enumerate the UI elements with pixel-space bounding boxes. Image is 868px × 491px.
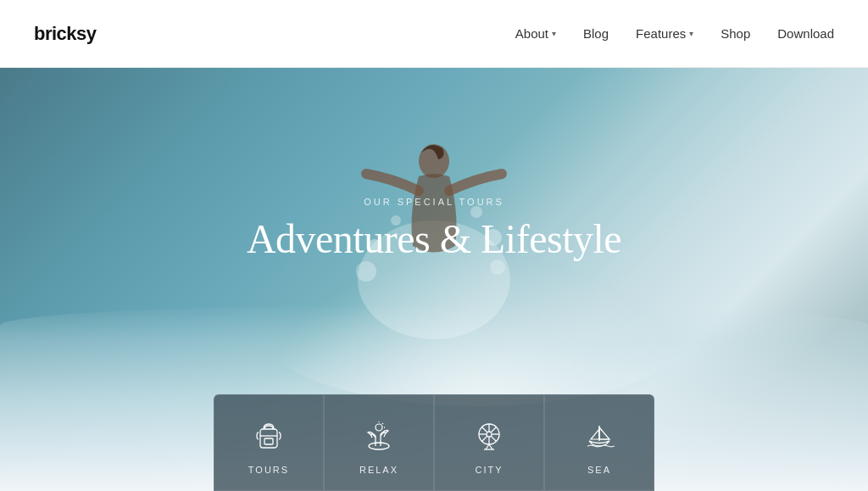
svg-line-16 bbox=[382, 423, 383, 424]
chevron-down-icon: ▾ bbox=[689, 29, 693, 38]
main-nav: About ▾ Blog Features ▾ Shop Download bbox=[515, 26, 834, 41]
tour-cards-container: TOURS bbox=[214, 394, 654, 491]
hero-text-block: OUR SPECIAL TOURS Adventures & Lifestyle bbox=[247, 196, 621, 261]
svg-line-25 bbox=[491, 436, 496, 441]
hero-title: Adventures & Lifestyle bbox=[247, 215, 621, 261]
nav-shop[interactable]: Shop bbox=[721, 26, 750, 41]
svg-line-27 bbox=[482, 436, 487, 441]
site-header: bricksy About ▾ Blog Features ▾ Shop Dow… bbox=[0, 0, 868, 68]
nav-features[interactable]: Features ▾ bbox=[636, 26, 693, 41]
sea-icon bbox=[579, 414, 620, 455]
nav-download[interactable]: Download bbox=[777, 26, 834, 41]
svg-point-11 bbox=[369, 443, 389, 449]
svg-point-19 bbox=[487, 432, 492, 437]
svg-point-5 bbox=[356, 261, 376, 282]
site-logo[interactable]: bricksy bbox=[34, 23, 97, 45]
tour-card-sea-label: SEA bbox=[587, 465, 611, 475]
svg-point-6 bbox=[490, 259, 505, 275]
tours-icon bbox=[248, 414, 289, 455]
hero-subtitle: OUR SPECIAL TOURS bbox=[247, 196, 621, 206]
relax-icon bbox=[359, 414, 399, 455]
tour-card-city-label: CITY bbox=[475, 465, 503, 475]
svg-line-29 bbox=[489, 444, 492, 449]
tour-card-sea[interactable]: SEA bbox=[544, 394, 654, 491]
tour-card-tours-label: TOURS bbox=[248, 465, 289, 475]
hero-section: OUR SPECIAL TOURS Adventures & Lifestyle… bbox=[0, 68, 868, 491]
svg-point-14 bbox=[376, 424, 382, 431]
svg-line-26 bbox=[491, 427, 496, 432]
tour-card-relax[interactable]: RELAX bbox=[324, 394, 434, 491]
nav-about[interactable]: About ▾ bbox=[515, 26, 556, 41]
svg-rect-10 bbox=[264, 438, 273, 444]
nav-blog[interactable]: Blog bbox=[583, 26, 609, 41]
svg-line-28 bbox=[486, 444, 489, 449]
city-icon bbox=[469, 414, 509, 455]
svg-line-24 bbox=[482, 427, 487, 432]
tour-card-city[interactable]: CITY bbox=[434, 394, 544, 491]
tour-card-tours[interactable]: TOURS bbox=[214, 394, 324, 491]
tour-card-relax-label: RELAX bbox=[359, 465, 398, 475]
chevron-down-icon: ▾ bbox=[552, 29, 556, 38]
